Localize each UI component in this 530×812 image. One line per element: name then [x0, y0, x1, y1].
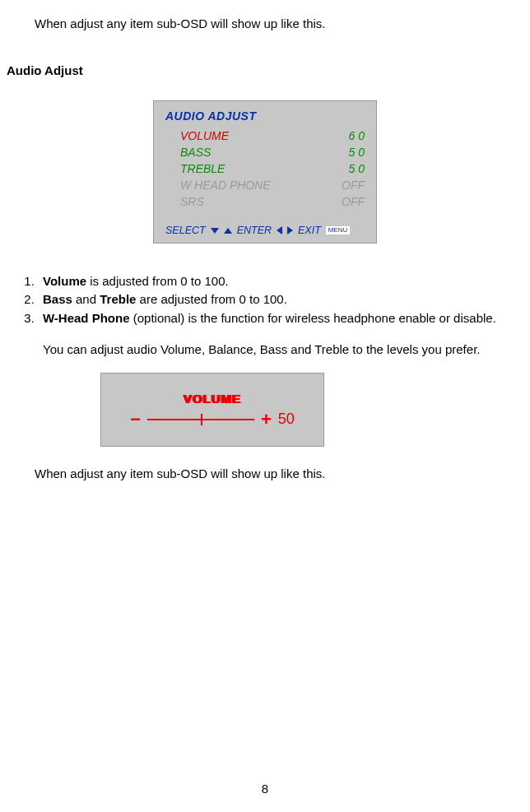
osd-row-volume: VOLUME 6 0	[165, 128, 365, 144]
osd-footer-select: SELECT	[165, 225, 206, 236]
list-item: W-Head Phone (optional) is the function …	[38, 310, 523, 327]
osd-footer: SELECT ENTER EXIT MENU	[165, 225, 365, 236]
sub-osd-title: VOLUME	[184, 392, 241, 406]
page-number: 8	[0, 782, 530, 796]
sub-osd-panel: VOLUME − + 50	[100, 373, 324, 447]
text: and	[72, 292, 100, 306]
intro-text: When adjust any item sub-OSD will show u…	[35, 16, 523, 30]
osd-value: 5 0	[349, 146, 365, 159]
triangle-right-icon	[287, 226, 293, 234]
osd-label: SRS	[180, 195, 204, 208]
osd-label: TREBLE	[180, 162, 225, 175]
sub-osd-value: 50	[278, 411, 295, 428]
osd-panel: AUDIO ADJUST VOLUME 6 0 BASS 5 0 TREBLE …	[153, 100, 377, 244]
osd-title: AUDIO ADJUST	[165, 109, 365, 123]
bold-text: W-Head Phone	[43, 311, 130, 325]
osd-row-srs: SRS OFF	[165, 193, 365, 210]
triangle-up-icon	[224, 228, 232, 234]
osd-row-treble: TREBLE 5 0	[165, 160, 365, 177]
slider-track	[147, 419, 254, 420]
menu-badge: MENU	[326, 226, 351, 234]
osd-label: VOLUME	[180, 129, 229, 142]
section-heading: Audio Adjust	[7, 63, 523, 77]
osd-value: 6 0	[349, 129, 365, 142]
osd-value: OFF	[342, 195, 365, 208]
bold-text: Volume	[43, 274, 86, 288]
text: is adjusted from 0 to 100.	[86, 274, 229, 288]
osd-footer-enter: ENTER	[237, 225, 272, 236]
continuation-text: You can adjust audio Volume, Balance, Ba…	[43, 341, 523, 358]
triangle-down-icon	[211, 228, 219, 234]
text: are adjusted from 0 to 100.	[136, 292, 286, 306]
list-item: Bass and Treble are adjusted from 0 to 1…	[38, 291, 523, 308]
bold-text: Bass	[43, 292, 72, 306]
minus-icon: −	[130, 411, 141, 429]
closing-text: When adjust any item sub-OSD will show u…	[35, 466, 523, 480]
osd-value: OFF	[342, 179, 365, 192]
osd-label: BASS	[180, 146, 211, 159]
osd-value: 5 0	[349, 162, 365, 175]
slider-row: − + 50	[130, 411, 295, 429]
instruction-list: Volume is adjusted from 0 to 100. Bass a…	[23, 273, 523, 327]
plus-icon: +	[261, 411, 272, 429]
triangle-left-icon	[277, 226, 282, 234]
text: (optional) is the function for wireless …	[130, 311, 496, 325]
bold-text: Treble	[100, 292, 136, 306]
osd-row-wheadphone: W HEAD PHONE OFF	[165, 177, 365, 193]
list-item: Volume is adjusted from 0 to 100.	[38, 273, 523, 290]
osd-footer-exit: EXIT	[298, 225, 321, 236]
osd-row-bass: BASS 5 0	[165, 144, 365, 160]
osd-label: W HEAD PHONE	[180, 179, 271, 192]
